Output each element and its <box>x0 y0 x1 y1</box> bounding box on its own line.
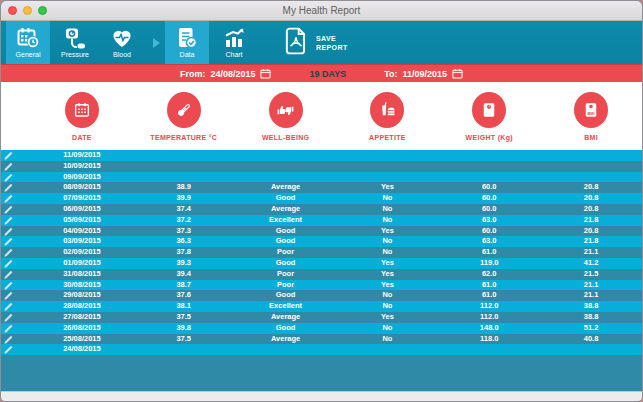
edit-pencil-icon[interactable] <box>1 269 31 280</box>
column-header-date: DATE <box>31 82 133 150</box>
cell-bmi: 21.8 <box>540 236 642 247</box>
cell-bmi: 51.2 <box>540 323 642 334</box>
toolbar-button-chart[interactable]: Chart <box>212 21 256 64</box>
thumbs-up-down-icon <box>269 92 303 128</box>
edit-pencil-icon[interactable] <box>1 226 31 237</box>
cell-wellbeing: Excellent <box>235 215 337 226</box>
edit-pencil-icon[interactable] <box>1 334 31 345</box>
cell-weight: 60.0 <box>438 226 540 237</box>
cell-weight: 119.0 <box>438 258 540 269</box>
toolbar-button-label: Blood <box>113 51 131 59</box>
edit-pencil-icon[interactable] <box>1 258 31 269</box>
cell-bmi: 21.8 <box>540 215 642 226</box>
edit-pencil-icon[interactable] <box>1 344 31 355</box>
cell-bmi: 20.8 <box>540 226 642 237</box>
table-row[interactable]: 08/09/201538.9AverageYes60.020.8 <box>1 182 642 193</box>
close-button[interactable] <box>8 6 17 15</box>
save-report-button[interactable]: SAVE REPORT <box>283 21 348 64</box>
from-label: From: <box>180 69 206 79</box>
table-row[interactable]: 03/09/201536.3GoodNo63.021.8 <box>1 236 642 247</box>
table-row[interactable]: 06/09/201537.4AverageNo60.020.8 <box>1 204 642 215</box>
cell-bmi: 21.1 <box>540 280 642 291</box>
table-row[interactable]: 02/09/201537.8PoorNo61.021.1 <box>1 247 642 258</box>
table-row[interactable]: 31/08/201539.4PoorYes62.021.5 <box>1 269 642 280</box>
toolbar-button-general[interactable]: General <box>6 21 50 64</box>
table-row[interactable]: 05/09/201537.2ExcellentNo63.021.8 <box>1 215 642 226</box>
edit-pencil-icon[interactable] <box>1 182 31 193</box>
cell-bmi: 41.2 <box>540 258 642 269</box>
edit-pencil-icon[interactable] <box>1 236 31 247</box>
cell-temperature: 37.6 <box>133 290 235 301</box>
edit-pencil-icon[interactable] <box>1 290 31 301</box>
cell-date: 07/09/2015 <box>31 193 133 204</box>
edit-pencil-icon[interactable] <box>1 150 31 161</box>
calendar-picker-icon[interactable] <box>452 68 463 79</box>
blood-pressure-icon <box>63 26 87 50</box>
table-row[interactable]: 01/09/201539.3GoodYes119.041.2 <box>1 258 642 269</box>
cell-weight: 118.0 <box>438 334 540 345</box>
cell-date: 06/09/2015 <box>31 204 133 215</box>
toolbar-button-data[interactable]: Data <box>165 21 209 64</box>
table-row[interactable]: 24/08/2015 <box>1 344 642 355</box>
bmi-scale-icon: BMI <box>574 92 608 128</box>
edit-pencil-icon[interactable] <box>1 161 31 172</box>
calendar-picker-icon[interactable] <box>260 68 271 79</box>
cell-date: 03/09/2015 <box>31 236 133 247</box>
edit-pencil-icon[interactable] <box>1 172 31 183</box>
toolbar-button-pressure[interactable]: Pressure <box>53 21 97 64</box>
cell-appetite: Yes <box>337 312 439 323</box>
from-date-field[interactable]: From: 24/08/2015 <box>180 68 272 79</box>
table-row[interactable]: 26/08/201539.8GoodNo148.051.2 <box>1 323 642 334</box>
table-row[interactable]: 04/09/201537.3GoodYes60.020.8 <box>1 226 642 237</box>
date-range-bar: From: 24/08/2015 19 DAYS To: 11/09/2015 <box>1 64 642 82</box>
cell-weight: 63.0 <box>438 215 540 226</box>
toolbar-button-label: Data <box>180 51 195 59</box>
cell-appetite: No <box>337 334 439 345</box>
toolbar-button-blood[interactable]: Blood <box>100 21 144 64</box>
cell-temperature: 37.2 <box>133 215 235 226</box>
edit-pencil-icon[interactable] <box>1 280 31 291</box>
table-row[interactable]: 10/09/2015 <box>1 161 642 172</box>
cell-appetite: Yes <box>337 280 439 291</box>
table-row[interactable]: 27/08/201537.5AverageYes112.038.8 <box>1 312 642 323</box>
cell-wellbeing: Poor <box>235 280 337 291</box>
cell-weight: 61.0 <box>438 280 540 291</box>
bar-chart-icon <box>222 26 246 50</box>
table-row[interactable]: 30/08/201538.7PoorYes61.021.1 <box>1 280 642 291</box>
days-count: 19 DAYS <box>309 69 346 79</box>
cell-weight: 61.0 <box>438 247 540 258</box>
minimize-button[interactable] <box>23 6 32 15</box>
edit-pencil-icon[interactable] <box>1 204 31 215</box>
edit-pencil-icon[interactable] <box>1 247 31 258</box>
to-date-field[interactable]: To: 11/09/2015 <box>384 68 463 79</box>
zoom-button[interactable] <box>38 6 47 15</box>
edit-pencil-icon[interactable] <box>1 301 31 312</box>
cell-weight: 112.0 <box>438 301 540 312</box>
cell-temperature: 37.5 <box>133 334 235 345</box>
cell-date: 31/08/2015 <box>31 269 133 280</box>
edit-pencil-icon[interactable] <box>1 323 31 334</box>
cell-date: 27/08/2015 <box>31 312 133 323</box>
cell-appetite: No <box>337 301 439 312</box>
save-report-label: SAVE REPORT <box>316 34 348 52</box>
cell-bmi: 20.8 <box>540 182 642 193</box>
cell-temperature: 36.3 <box>133 236 235 247</box>
table-row[interactable]: 25/08/201537.5AverageNo118.040.8 <box>1 334 642 345</box>
cell-wellbeing: Average <box>235 182 337 193</box>
cell-appetite: No <box>337 204 439 215</box>
cell-bmi: 21.1 <box>540 290 642 301</box>
cell-weight: 62.0 <box>438 269 540 280</box>
table-row[interactable]: 11/09/2015 <box>1 150 642 161</box>
table-row[interactable]: 07/09/201539.9GoodNo60.020.8 <box>1 193 642 204</box>
edit-pencil-icon[interactable] <box>1 193 31 204</box>
table-row[interactable]: 28/08/201538.1ExcellentNo112.038.8 <box>1 301 642 312</box>
edit-pencil-icon[interactable] <box>1 312 31 323</box>
cell-date: 30/08/2015 <box>31 280 133 291</box>
toolbar: General Pressure Blood <box>1 21 642 64</box>
drink-burger-icon <box>370 92 404 128</box>
table-row[interactable]: 29/08/201537.6GoodNo61.021.1 <box>1 290 642 301</box>
weight-scale-icon <box>472 92 506 128</box>
cell-temperature: 39.9 <box>133 193 235 204</box>
table-row[interactable]: 09/09/2015 <box>1 172 642 183</box>
edit-pencil-icon[interactable] <box>1 215 31 226</box>
